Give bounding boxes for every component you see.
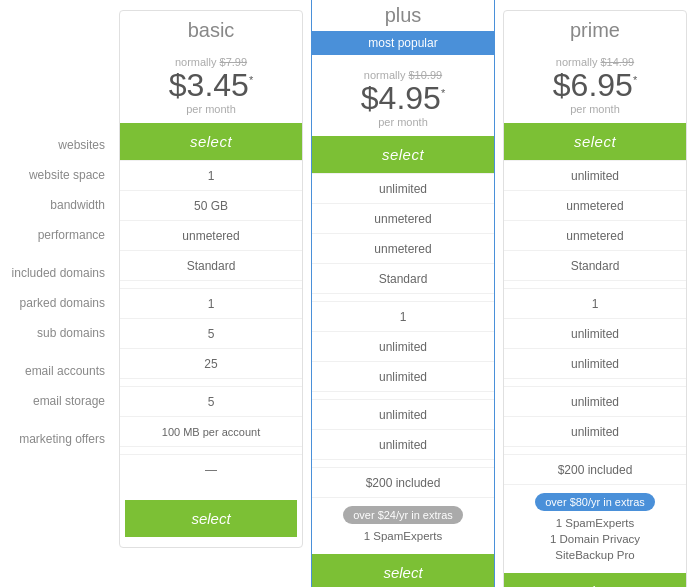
plan-prime-sub-domains: unlimited xyxy=(504,348,686,378)
plan-plus-select-top[interactable]: select xyxy=(312,136,494,173)
plan-basic-pricing: normally $7.99 $3.45* per month xyxy=(120,46,302,123)
plan-basic-website-space: 50 GB xyxy=(120,190,302,220)
plan-basic-per-month: per month xyxy=(125,103,297,115)
plan-prime-bandwidth: unmetered xyxy=(504,220,686,250)
plan-plus-per-month: per month xyxy=(317,116,489,128)
plan-basic-email-accounts: 5 xyxy=(120,386,302,416)
label-included-domains: included domains xyxy=(0,258,115,288)
plan-plus-badge: most popular xyxy=(312,31,494,55)
plan-prime-extras-area: over $80/yr in extras 1 SpamExperts 1 Do… xyxy=(504,484,686,567)
plan-plus-extras-area: over $24/yr in extras 1 SpamExperts xyxy=(312,497,494,548)
plan-basic-parked-domains: 5 xyxy=(120,318,302,348)
plan-plus-sub-domains: unlimited xyxy=(312,361,494,391)
plan-plus-pricing: normally $10.99 $4.95* per month xyxy=(312,59,494,136)
plan-plus-price: $4.95* per month xyxy=(317,81,489,128)
plan-basic-performance: Standard xyxy=(120,250,302,280)
plan-prime-email-storage: unlimited xyxy=(504,416,686,446)
plan-prime-parked-domains: unlimited xyxy=(504,318,686,348)
plan-plus-included-domains: 1 xyxy=(312,301,494,331)
plan-plus-email-accounts: unlimited xyxy=(312,399,494,429)
plan-prime-included-domains: 1 xyxy=(504,288,686,318)
label-sub-domains: sub domains xyxy=(0,318,115,348)
plan-prime-marketing: $200 included xyxy=(504,454,686,484)
plan-plus-asterisk: * xyxy=(441,87,445,99)
plan-plus-extra-1: 1 SpamExperts xyxy=(317,528,489,544)
plan-prime-price: $6.95* per month xyxy=(509,68,681,115)
plan-basic-select-top[interactable]: select xyxy=(120,123,302,160)
plan-plus: plus most popular normally $10.99 $4.95*… xyxy=(311,0,495,587)
plan-basic-sub-domains: 25 xyxy=(120,348,302,378)
plan-plus-email-storage: unlimited xyxy=(312,429,494,459)
label-parked-domains: parked domains xyxy=(0,288,115,318)
plan-plus-websites: unlimited xyxy=(312,173,494,203)
plan-prime-pricing: normally $14.99 $6.95* per month xyxy=(504,46,686,123)
label-bandwidth: bandwidth xyxy=(0,190,115,220)
plan-basic-included-domains: 1 xyxy=(120,288,302,318)
pricing-table: websites website space bandwidth perform… xyxy=(0,0,691,587)
plan-prime-performance: Standard xyxy=(504,250,686,280)
plan-prime-per-month: per month xyxy=(509,103,681,115)
plan-prime-asterisk: * xyxy=(633,74,637,86)
plan-prime-extra-2: 1 Domain Privacy xyxy=(509,531,681,547)
plan-basic-asterisk: * xyxy=(249,74,253,86)
plan-prime-email-accounts: unlimited xyxy=(504,386,686,416)
plan-prime-extras-badge: over $80/yr in extras xyxy=(535,493,655,511)
plan-basic-select-bottom[interactable]: select xyxy=(125,500,297,537)
plan-plus-select-bottom[interactable]: select xyxy=(312,554,494,587)
plan-basic-email-storage: 100 MB per account xyxy=(120,416,302,446)
plan-basic-price: $3.45* per month xyxy=(125,68,297,115)
plan-basic-bottom-area: select xyxy=(120,484,302,547)
plan-prime: prime normally $14.99 $6.95* per month s… xyxy=(503,10,687,587)
plan-plus-name: plus xyxy=(312,0,494,31)
label-email-accounts: email accounts xyxy=(0,356,115,386)
plan-plus-bandwidth: unmetered xyxy=(312,233,494,263)
plan-basic-marketing: — xyxy=(120,454,302,484)
plan-plus-parked-domains: unlimited xyxy=(312,331,494,361)
label-website-space: website space xyxy=(0,160,115,190)
plan-prime-select-top[interactable]: select xyxy=(504,123,686,160)
plan-plus-marketing: $200 included xyxy=(312,467,494,497)
label-marketing-offers: marketing offers xyxy=(0,424,115,454)
labels-column: websites website space bandwidth perform… xyxy=(0,130,115,454)
plan-prime-websites: unlimited xyxy=(504,160,686,190)
plan-plus-extras-badge: over $24/yr in extras xyxy=(343,506,463,524)
label-websites: websites xyxy=(0,130,115,160)
plan-basic-bandwidth: unmetered xyxy=(120,220,302,250)
plan-prime-extra-1: 1 SpamExperts xyxy=(509,515,681,531)
plan-prime-extra-3: SiteBackup Pro xyxy=(509,547,681,563)
plan-plus-website-space: unmetered xyxy=(312,203,494,233)
plan-prime-select-bottom[interactable]: select xyxy=(504,573,686,587)
plan-prime-name: prime xyxy=(504,11,686,46)
plan-plus-performance: Standard xyxy=(312,263,494,293)
label-performance: performance xyxy=(0,220,115,250)
plan-basic-websites: 1 xyxy=(120,160,302,190)
plan-prime-website-space: unmetered xyxy=(504,190,686,220)
label-email-storage: email storage xyxy=(0,386,115,416)
plan-basic: basic normally $7.99 $3.45* per month se… xyxy=(119,10,303,548)
plan-basic-name: basic xyxy=(120,11,302,46)
